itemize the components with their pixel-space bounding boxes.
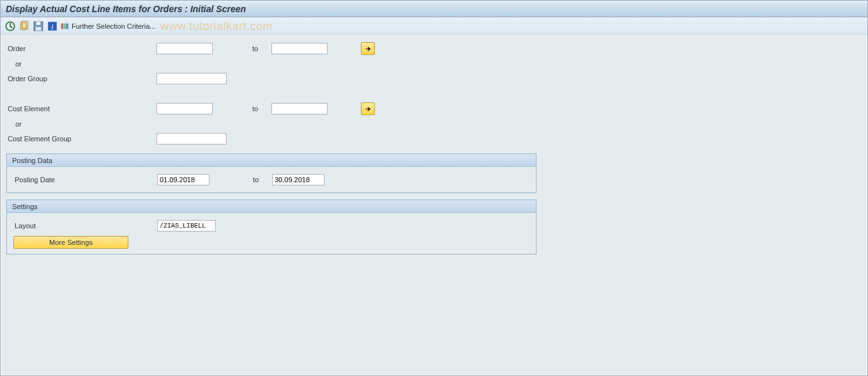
- svg-rect-8: [61, 23, 63, 29]
- further-selection-label: Further Selection Criteria...: [72, 22, 155, 30]
- get-variant-icon[interactable]: [19, 20, 30, 32]
- settings-group: Settings Layout More Settings: [6, 200, 537, 255]
- cost-element-from-input[interactable]: [156, 103, 213, 114]
- order-group-label: Order Group: [6, 75, 156, 82]
- order-label: Order: [6, 45, 156, 52]
- svg-text:i: i: [51, 22, 54, 31]
- svg-rect-10: [66, 23, 68, 29]
- cost-element-to-input[interactable]: [271, 103, 328, 114]
- to-label-cost: to: [252, 105, 271, 113]
- cost-element-multiple-button[interactable]: [361, 102, 375, 115]
- cost-element-group-label: Cost Element Group: [6, 135, 156, 143]
- order-group-input[interactable]: [156, 73, 227, 84]
- content-area: Order to or Order Group Cost Element: [1, 36, 867, 375]
- title-bar: Display Actual Cost Line Items for Order…: [1, 1, 867, 17]
- layout-label: Layout: [13, 222, 157, 230]
- execute-icon[interactable]: [4, 20, 16, 32]
- order-from-input[interactable]: [156, 43, 213, 54]
- posting-date-to-input[interactable]: [272, 174, 324, 185]
- page-title: Display Actual Cost Line Items for Order…: [6, 4, 246, 14]
- posting-data-group: Posting Data Posting Date to: [6, 153, 537, 193]
- toolbar: i Further Selection Criteria...: [1, 17, 867, 35]
- svg-rect-5: [36, 27, 42, 31]
- cost-element-group-input[interactable]: [156, 133, 227, 145]
- selection-grid: Order to or Order Group: [6, 42, 862, 84]
- svg-rect-9: [63, 23, 65, 29]
- posting-date-from-input[interactable]: [157, 174, 209, 185]
- cost-element-grid: Cost Element to or Cost Element Group: [6, 102, 862, 145]
- order-multiple-button[interactable]: [361, 42, 375, 55]
- svg-rect-4: [36, 22, 41, 25]
- cost-element-label: Cost Element: [6, 105, 156, 113]
- further-selection-button[interactable]: Further Selection Criteria...: [61, 22, 155, 31]
- order-to-input[interactable]: [271, 43, 328, 54]
- to-label-order: to: [252, 45, 271, 52]
- posting-date-label: Posting Date: [13, 176, 157, 184]
- or-label-1: or: [6, 60, 156, 68]
- or-label-2: or: [6, 120, 156, 128]
- to-label-post: to: [253, 176, 272, 184]
- layout-input[interactable]: [157, 220, 216, 231]
- more-settings-button[interactable]: More Settings: [13, 236, 128, 249]
- save-variant-icon[interactable]: [33, 20, 44, 32]
- info-icon[interactable]: i: [47, 20, 58, 32]
- settings-header: Settings: [7, 200, 536, 213]
- posting-data-header: Posting Data: [7, 154, 536, 167]
